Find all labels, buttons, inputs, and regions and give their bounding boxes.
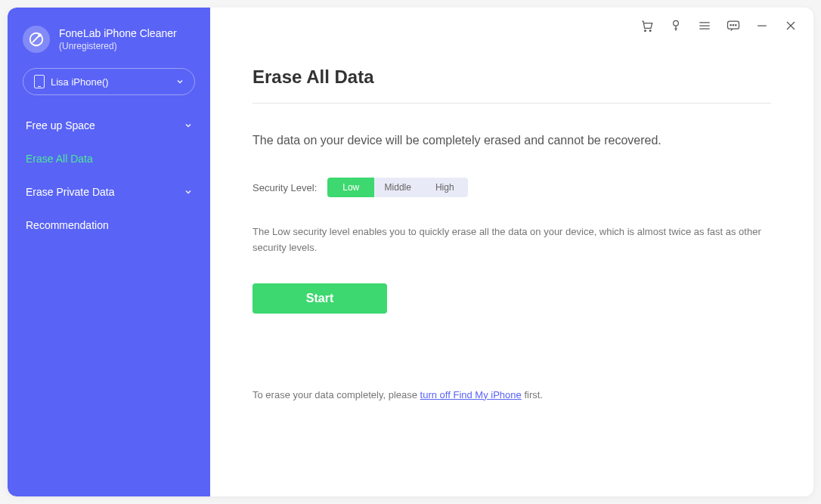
security-level-row: Security Level: Low Middle High [252,178,771,197]
minimize-icon[interactable] [754,18,770,33]
titlebar [210,8,813,44]
footer-note-prefix: To erase your data completely, please [252,389,420,400]
page-description: The data on your device will be complete… [252,134,771,147]
device-name: Lisa iPhone() [51,76,176,88]
brand-text: FoneLab iPhone Cleaner (Unregistered) [59,27,177,51]
security-level-description: The Low security level enables you to qu… [252,224,771,256]
nav-recommendation[interactable]: Recommendation [8,209,210,242]
svg-point-8 [736,25,736,26]
app-logo-icon [23,26,50,53]
find-my-iphone-link[interactable]: turn off Find My iPhone [420,389,522,400]
nav-item-label: Erase Private Data [26,186,115,198]
app-registration-status: (Unregistered) [59,41,177,51]
menu-icon[interactable] [697,18,712,33]
cart-icon[interactable] [640,18,655,33]
app-window: FoneLab iPhone Cleaner (Unregistered) Li… [8,8,813,496]
svg-point-4 [674,20,679,26]
nav-item-label: Erase All Data [26,153,93,165]
chevron-down-icon [184,122,192,129]
svg-point-3 [649,30,651,32]
content: Erase All Data The data on your device w… [210,44,813,423]
start-button[interactable]: Start [252,283,387,314]
key-icon[interactable] [668,18,683,33]
main-area: Erase All Data The data on your device w… [210,8,813,496]
page-title: Erase All Data [252,66,771,88]
app-title: FoneLab iPhone Cleaner [59,27,177,39]
footer-note-suffix: first. [522,389,543,400]
brand-header: FoneLab iPhone Cleaner (Unregistered) [8,26,210,53]
nav-item-label: Free up Space [26,119,95,131]
divider [252,103,771,104]
nav-free-up-space[interactable]: Free up Space [8,109,210,142]
svg-point-6 [730,25,731,26]
svg-point-2 [645,30,646,32]
nav-erase-private-data[interactable]: Erase Private Data [8,175,210,209]
chevron-down-icon [176,78,184,85]
security-level-segmented: Low Middle High [327,178,468,197]
chevron-down-icon [184,188,192,196]
sidebar: FoneLab iPhone Cleaner (Unregistered) Li… [8,8,210,496]
feedback-icon[interactable] [726,18,741,33]
nav-erase-all-data[interactable]: Erase All Data [8,142,210,175]
svg-point-1 [39,34,41,36]
security-option-high[interactable]: High [421,178,468,197]
security-level-label: Security Level: [252,182,317,193]
close-icon[interactable] [783,18,798,33]
security-option-middle[interactable]: Middle [374,178,421,197]
nav-item-label: Recommendation [26,219,109,231]
device-selector[interactable]: Lisa iPhone() [23,68,195,95]
phone-icon [34,75,45,88]
security-option-low[interactable]: Low [327,178,374,197]
svg-point-7 [733,25,733,26]
footer-note: To erase your data completely, please tu… [252,389,771,400]
